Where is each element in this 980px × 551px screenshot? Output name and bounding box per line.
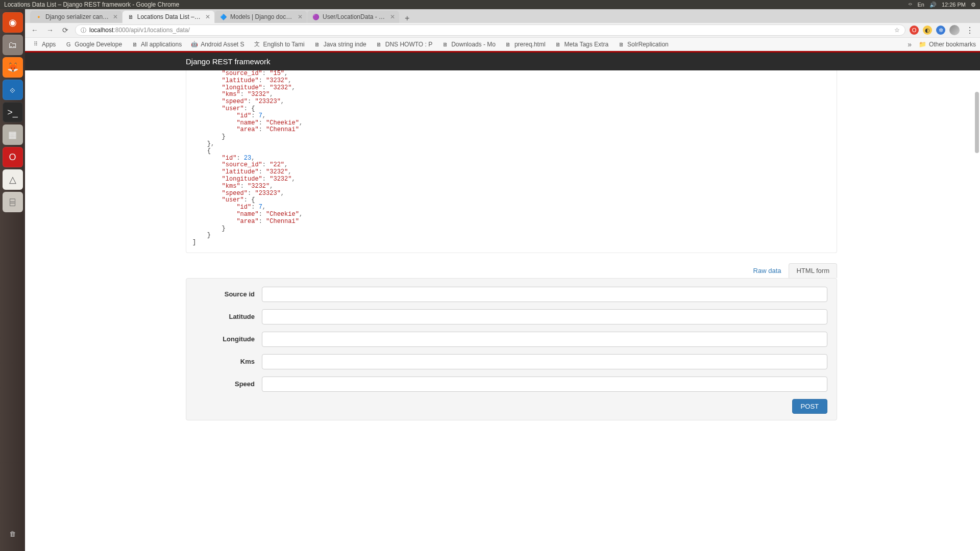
- tab-item-active[interactable]: 🗎 Locations Data List – Djan ✕: [122, 11, 214, 23]
- close-icon[interactable]: ✕: [298, 13, 303, 20]
- bookmark-item[interactable]: 🗎Downloads - Mo: [438, 39, 499, 49]
- bookmark-star-icon[interactable]: ☆: [894, 27, 900, 34]
- html-form-panel: Source id Latitude Longitude Kms Speed: [186, 278, 837, 420]
- source-id-input[interactable]: [262, 287, 827, 302]
- field-label-longitude: Longitude: [195, 335, 262, 343]
- bookmark-item[interactable]: GGoogle Develope: [62, 39, 125, 49]
- page-viewport[interactable]: Django REST framework "source_id": "15",…: [25, 51, 980, 551]
- favicon-icon: 🟣: [312, 13, 320, 20]
- bookmark-item-apps[interactable]: ⠿Apps: [29, 39, 59, 49]
- extensions-area: O ◐ ✲: [910, 26, 945, 35]
- page-icon: 🗎: [442, 41, 449, 48]
- launcher-editor[interactable]: △: [3, 169, 23, 190]
- window-title: Locations Data List – Django REST framew…: [4, 1, 909, 8]
- extension-icon[interactable]: O: [910, 26, 919, 35]
- extension-icon[interactable]: ◐: [923, 26, 932, 35]
- tab-item[interactable]: 🟣 User/LocationData - Rest ✕: [307, 11, 399, 23]
- tab-item[interactable]: 🔷 Models | Django docume ✕: [215, 11, 307, 23]
- launcher-firefox[interactable]: 🦊: [3, 57, 23, 78]
- browser-toolbar: ← → ⟳ ⓘ localhost:8000/api/v1/locations_…: [25, 23, 980, 38]
- tab-label: Models | Django docume: [230, 13, 295, 20]
- launcher-drives[interactable]: ⌸: [3, 192, 23, 212]
- page-icon: 🗎: [505, 41, 512, 48]
- page-icon: 🗎: [131, 41, 138, 48]
- field-label-latitude: Latitude: [195, 313, 262, 320]
- system-tray: ⌔ En 🔊 12:26 PM ⚙: [909, 2, 976, 8]
- favicon-icon: 🗎: [128, 13, 134, 20]
- drf-brand[interactable]: Django REST framework: [186, 57, 271, 66]
- bookmark-item[interactable]: 🤖Android Asset S: [188, 39, 247, 49]
- clock: 12:26 PM: [942, 2, 966, 8]
- field-label-speed: Speed: [195, 380, 262, 388]
- scrollbar-thumb[interactable]: [975, 92, 979, 153]
- android-icon: 🤖: [191, 41, 198, 48]
- bookmark-item[interactable]: 🗎Java string inde: [311, 39, 370, 49]
- json-output: "source_id": "15", "latitude": "3232", "…: [192, 70, 830, 246]
- launcher-trash[interactable]: 🗑: [3, 523, 23, 544]
- bookmark-item[interactable]: 文English to Tami: [251, 39, 308, 49]
- form-row: Latitude: [195, 309, 827, 324]
- lang-indicator[interactable]: En: [917, 2, 924, 8]
- speed-input[interactable]: [262, 377, 827, 392]
- form-row: Speed: [195, 377, 827, 392]
- bookmarks-bar: ⠿Apps GGoogle Develope 🗎All applications…: [25, 38, 980, 51]
- field-label-kms: Kms: [195, 358, 262, 365]
- site-info-icon[interactable]: ⓘ: [81, 27, 86, 34]
- other-bookmarks[interactable]: 📁Other bookmarks: [915, 41, 976, 48]
- tab-raw-data[interactable]: Raw data: [746, 263, 789, 278]
- forward-button[interactable]: →: [44, 24, 56, 36]
- translate-icon: 文: [254, 41, 261, 48]
- close-icon[interactable]: ✕: [205, 13, 210, 20]
- tab-html-form[interactable]: HTML form: [789, 263, 837, 278]
- extension-icon[interactable]: ✲: [936, 26, 945, 35]
- new-tab-button[interactable]: +: [400, 14, 414, 23]
- bookmark-item[interactable]: 🗎DNS HOWTO : P: [373, 39, 435, 49]
- launcher-vscode[interactable]: ⟐: [3, 80, 23, 100]
- apps-icon: ⠿: [32, 41, 39, 48]
- tab-label: Django serializer can't po: [45, 13, 110, 20]
- form-tabs: Raw data HTML form: [186, 263, 837, 278]
- bookmarks-overflow[interactable]: »: [908, 40, 912, 48]
- url-text: localhost:8000/api/v1/locations_data/: [89, 27, 891, 34]
- page-icon: 🗎: [555, 41, 562, 48]
- form-row: Longitude: [195, 332, 827, 347]
- launcher-ubuntu[interactable]: ◉: [3, 12, 23, 33]
- tab-label: Locations Data List – Djan: [137, 13, 202, 20]
- close-icon[interactable]: ✕: [390, 13, 395, 20]
- kms-input[interactable]: [262, 354, 827, 369]
- response-body: "source_id": "15", "latitude": "3232", "…: [186, 70, 837, 253]
- launcher-calculator[interactable]: ▦: [3, 124, 23, 145]
- bookmark-item[interactable]: 🗎Meta Tags Extra: [552, 39, 611, 49]
- reload-button[interactable]: ⟳: [60, 24, 71, 36]
- longitude-input[interactable]: [262, 332, 827, 347]
- bookmark-item[interactable]: 🗎SolrReplication: [615, 39, 672, 49]
- address-bar[interactable]: ⓘ localhost:8000/api/v1/locations_data/ …: [75, 24, 905, 36]
- page-icon: 🗎: [314, 41, 321, 48]
- back-button[interactable]: ←: [29, 24, 40, 36]
- google-icon: G: [65, 41, 72, 48]
- ubuntu-top-panel: Locations Data List – Django REST framew…: [0, 0, 980, 9]
- launcher-files[interactable]: 🗂: [3, 35, 23, 55]
- page-icon: 🗎: [618, 41, 625, 48]
- page-icon: 🗎: [376, 41, 383, 48]
- tab-item[interactable]: 🔸 Django serializer can't po ✕: [30, 11, 122, 23]
- profile-avatar[interactable]: [949, 25, 960, 35]
- power-icon[interactable]: ⚙: [971, 2, 976, 8]
- favicon-icon: 🔷: [220, 13, 227, 20]
- bookmark-item[interactable]: 🗎prereq.html: [502, 39, 549, 49]
- form-row: Kms: [195, 354, 827, 369]
- drf-header: Django REST framework: [25, 53, 980, 70]
- launcher-opera[interactable]: O: [3, 147, 23, 167]
- close-icon[interactable]: ✕: [113, 13, 118, 20]
- chrome-menu-button[interactable]: ⋮: [964, 26, 976, 35]
- bookmark-item[interactable]: 🗎All applications: [128, 39, 185, 49]
- post-button[interactable]: POST: [792, 399, 827, 414]
- latitude-input[interactable]: [262, 309, 827, 324]
- wifi-icon[interactable]: ⌔: [909, 2, 912, 8]
- field-label-source-id: Source id: [195, 290, 262, 298]
- volume-icon[interactable]: 🔊: [929, 2, 937, 8]
- folder-icon: 📁: [919, 41, 926, 48]
- launcher-terminal[interactable]: >_: [3, 102, 23, 122]
- tab-label: User/LocationData - Rest: [323, 13, 387, 20]
- ubuntu-launcher: ◉ 🗂 🦊 ⟐ ◯ >_ ▦ O △ ⌸ 🗑: [0, 9, 25, 551]
